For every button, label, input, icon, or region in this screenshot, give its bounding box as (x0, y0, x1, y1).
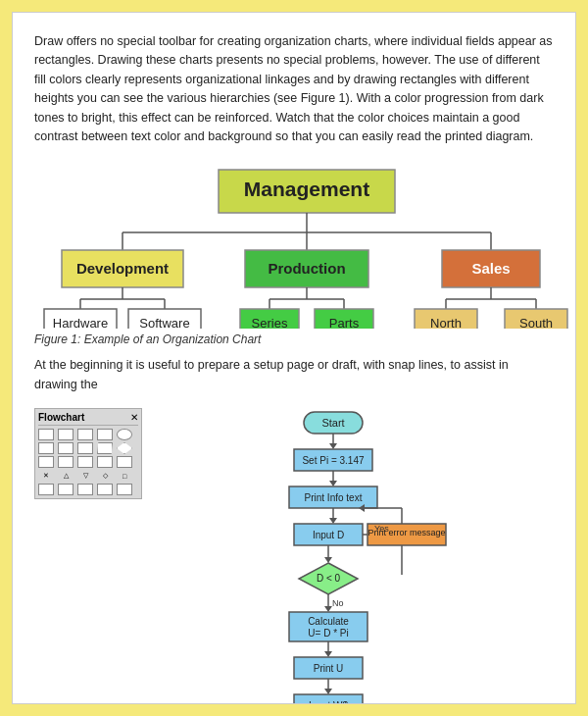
sales-label: Sales (471, 260, 510, 277)
section-text: At the beginning it is useful to prepare… (34, 356, 554, 394)
fc-shape-20[interactable]: □ (117, 470, 132, 482)
org-chart-svg: Management Development Production Sales (34, 162, 576, 329)
fc-inputd-text: Input D (313, 530, 344, 540)
fc-calc-text2: U= D * Pi (308, 628, 348, 639)
fc-arrow7 (324, 689, 332, 694)
fc-arrow4 (324, 557, 332, 563)
flowchart-svg: Start Set Pi = 3.147 Print Info text (255, 408, 451, 704)
fc-shape-10[interactable] (117, 442, 132, 454)
fc-arrow2 (329, 481, 337, 486)
south-label: South (519, 316, 553, 329)
flowchart-main: Start Set Pi = 3.147 Print Info text (152, 408, 554, 704)
fc-shape-19[interactable]: ◇ (97, 470, 113, 482)
management-label: Management (244, 178, 369, 200)
fc-printinfo-text: Print Info text (305, 492, 363, 503)
production-label: Production (268, 260, 345, 277)
intro-paragraph: Draw offers no special toolbar for creat… (34, 32, 554, 146)
fc-shape-23[interactable] (77, 484, 93, 495)
fc-shape-21[interactable] (38, 484, 54, 495)
flowchart-panel: Flowchart ✕ (34, 408, 142, 499)
flowchart-shapes-grid: ✕ △ ▽ ◇ □ (38, 429, 138, 495)
fc-condition-text: D < 0 (317, 573, 341, 584)
flowchart-area: Flowchart ✕ (34, 408, 554, 704)
software-label: Software (139, 316, 189, 329)
figure-caption: Figure 1: Example of an Organization Cha… (34, 332, 554, 346)
fc-shape-11[interactable] (38, 456, 54, 468)
north-label: North (430, 316, 462, 329)
fc-shape-22[interactable] (58, 484, 74, 495)
development-label: Development (76, 260, 169, 277)
fc-shape-6[interactable] (38, 442, 54, 454)
fc-shape-13[interactable] (77, 456, 93, 468)
fc-setpi-text: Set Pi = 3.147 (302, 455, 365, 466)
fc-shape-18[interactable]: ▽ (77, 470, 93, 482)
fc-shape-9[interactable] (97, 442, 113, 454)
fc-shape-17[interactable]: △ (58, 470, 74, 482)
parts-label: Parts (329, 316, 360, 329)
fc-arrow5 (324, 606, 332, 612)
page: Draw offers no special toolbar for creat… (12, 12, 576, 704)
flowchart-panel-title: Flowchart (38, 412, 84, 423)
fc-shape-16[interactable]: ✕ (38, 470, 54, 482)
fc-inputws-text: Input W$ (309, 700, 348, 704)
flowchart-panel-close[interactable]: ✕ (130, 412, 138, 423)
fc-start-text: Start (321, 417, 344, 429)
fc-arrow3 (329, 518, 337, 524)
fc-shape-14[interactable] (97, 456, 113, 468)
org-chart-wrapper: Management Development Production Sales (34, 162, 554, 329)
fc-no-label: No (332, 598, 344, 608)
fc-shape-4[interactable] (97, 429, 113, 440)
fc-shape-5[interactable] (117, 429, 132, 440)
fc-shape-15[interactable] (117, 456, 132, 468)
series-label: Series (252, 316, 288, 329)
fc-shape-12[interactable] (58, 456, 74, 468)
fc-shape-3[interactable] (77, 429, 93, 440)
fc-shape-8[interactable] (77, 442, 93, 454)
fc-arrow1 (329, 443, 337, 449)
fc-shape-24[interactable] (97, 484, 113, 495)
fc-yes-label: Yes (374, 524, 389, 534)
fc-shape-25[interactable] (117, 484, 132, 495)
fc-calc-text1: Calculate (308, 616, 349, 627)
fc-arrow6 (324, 651, 332, 657)
fc-shape-2[interactable] (58, 429, 74, 440)
hardware-label: Hardware (53, 316, 108, 329)
fc-shape-7[interactable] (58, 442, 74, 454)
fc-shape-1[interactable] (38, 429, 54, 440)
fc-printu-text: Print U (314, 663, 344, 674)
